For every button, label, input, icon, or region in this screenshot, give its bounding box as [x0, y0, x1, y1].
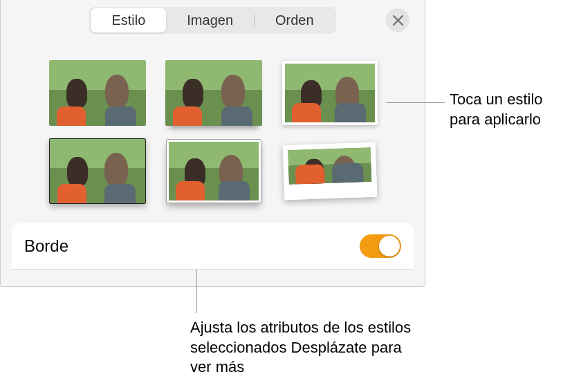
thumbnail-image [165, 60, 262, 126]
style-preset-3[interactable] [282, 60, 378, 126]
border-toggle[interactable] [360, 234, 401, 258]
thumbnail-image [283, 142, 378, 200]
border-label: Borde [24, 236, 68, 256]
style-preset-6[interactable] [280, 137, 379, 206]
style-preset-4[interactable] [49, 138, 146, 204]
tabs-bar: Estilo Imagen Orden [1, 0, 425, 34]
callout-leader-line [196, 270, 197, 313]
callout-leader-line [386, 102, 445, 103]
style-preset-2[interactable] [165, 60, 262, 126]
close-button[interactable] [386, 8, 409, 32]
thumbnail-image [167, 140, 261, 203]
thumbnail-image [282, 61, 378, 125]
segmented-tabs: Estilo Imagen Orden [89, 7, 335, 34]
format-panel: Estilo Imagen Orden Borde [0, 0, 425, 287]
tab-order[interactable]: Orden [255, 8, 335, 32]
close-icon [393, 15, 403, 26]
row-divider [12, 269, 414, 270]
style-preset-5[interactable] [165, 138, 262, 204]
callout-adjust-attributes: Ajusta los atributos de los estilos sele… [190, 318, 418, 377]
styles-grid [1, 34, 425, 218]
thumbnail-image [49, 138, 146, 204]
thumbnail-image [49, 60, 146, 126]
border-row: Borde [12, 223, 414, 269]
tab-style[interactable]: Estilo [91, 8, 166, 32]
tab-image[interactable]: Imagen [166, 8, 254, 32]
toggle-knob [379, 236, 400, 256]
style-preset-1[interactable] [49, 60, 146, 126]
callout-apply-style: Toca un estilo para aplicarlo [450, 90, 560, 129]
